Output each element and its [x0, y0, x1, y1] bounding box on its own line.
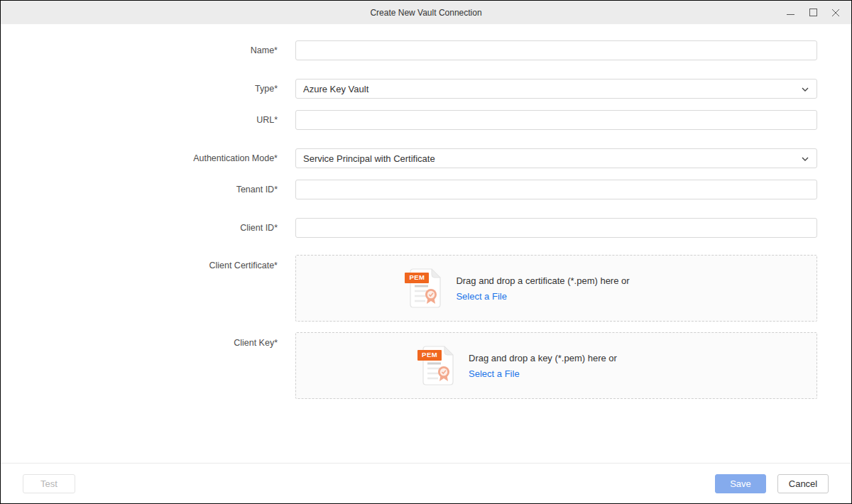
type-select-value: Azure Key Vault	[303, 84, 368, 94]
dialog-window: Create New Vault Connection Name* Type*	[0, 0, 852, 504]
client-key-label: Client Key*	[1, 332, 278, 348]
close-button[interactable]	[824, 1, 847, 24]
form-row-auth-mode: Authentication Mode* Service Principal w…	[1, 148, 817, 168]
cancel-button[interactable]: Cancel	[777, 474, 829, 493]
maximize-icon	[809, 9, 817, 16]
form-row-name: Name*	[1, 40, 817, 60]
client-id-input[interactable]	[295, 218, 817, 238]
auth-mode-select-value: Service Principal with Certificate	[303, 153, 435, 164]
form-row-client-certificate: Client Certificate*	[1, 255, 817, 322]
form-row-url: URL*	[1, 110, 817, 130]
test-button[interactable]: Test	[23, 474, 75, 493]
dialog-title: Create New Vault Connection	[370, 8, 481, 18]
dialog-footer: Test Save Cancel	[1, 463, 851, 503]
dropzone-prompt: Drag and drop a key (*.pem) here or	[469, 353, 617, 363]
form-row-client-key: Client Key*	[1, 332, 817, 399]
name-input[interactable]	[295, 40, 817, 60]
save-button[interactable]: Save	[715, 474, 766, 493]
name-label: Name*	[1, 45, 278, 55]
tenant-id-label: Tenant ID*	[1, 185, 278, 195]
client-certificate-dropzone[interactable]: PEM Drag and drop a certificate (*.pem) …	[295, 255, 817, 322]
auth-mode-select[interactable]: Service Principal with Certificate	[295, 148, 817, 168]
chevron-down-icon	[802, 87, 809, 92]
minimize-button[interactable]	[779, 1, 802, 24]
form-row-tenant-id: Tenant ID*	[1, 180, 817, 199]
url-label: URL*	[1, 115, 278, 125]
form-row-type: Type* Azure Key Vault	[1, 79, 817, 99]
type-select[interactable]: Azure Key Vault	[295, 79, 817, 99]
select-file-link[interactable]: Select a File	[456, 291, 629, 302]
auth-mode-label: Authentication Mode*	[1, 153, 278, 163]
chevron-down-icon	[802, 157, 809, 161]
titlebar: Create New Vault Connection	[1, 1, 851, 24]
close-icon	[831, 9, 840, 17]
pem-badge: PEM	[405, 273, 429, 283]
client-id-label: Client ID*	[1, 223, 278, 233]
maximize-button[interactable]	[802, 1, 824, 24]
tenant-id-input[interactable]	[295, 180, 817, 199]
url-input[interactable]	[295, 110, 817, 130]
type-label: Type*	[1, 84, 278, 94]
form-content: Name* Type* Azure Key Vault URL* Au	[1, 24, 851, 463]
minimize-icon	[787, 9, 794, 16]
select-file-link[interactable]: Select a File	[469, 368, 617, 379]
dropzone-prompt: Drag and drop a certificate (*.pem) here…	[456, 275, 629, 286]
client-certificate-label: Client Certificate*	[1, 255, 278, 270]
pem-badge: PEM	[417, 350, 442, 361]
client-key-dropzone[interactable]: PEM Drag and drop a key (*.pem) here or …	[295, 332, 817, 399]
window-controls	[779, 1, 847, 24]
form-row-client-id: Client ID*	[1, 218, 817, 238]
pem-file-icon: PEM	[405, 268, 443, 309]
pem-file-icon: PEM	[417, 345, 456, 386]
